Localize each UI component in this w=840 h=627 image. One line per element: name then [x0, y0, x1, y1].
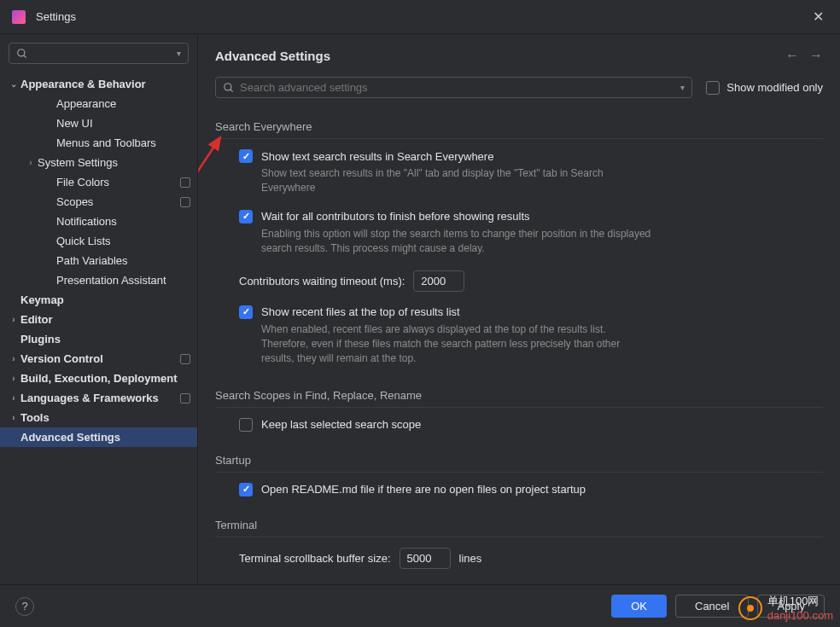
tree-item-keymap[interactable]: Keymap [0, 290, 197, 310]
tree-item-file-colors[interactable]: File Colors [0, 172, 197, 192]
tree-item-system-settings[interactable]: ›System Settings [0, 153, 197, 172]
chevron-down-icon: ▾ [177, 49, 181, 58]
svg-line-4 [198, 137, 220, 198]
timeout-input[interactable] [413, 270, 464, 292]
tree-item-label: New UI [56, 117, 190, 130]
content-panel: Advanced Settings ← → ▾ Show modified on… [198, 34, 840, 584]
footer: ? OK Cancel Apply [0, 584, 840, 627]
tree-item-version-control[interactable]: ›Version Control [0, 349, 197, 369]
chevron-icon [43, 276, 56, 285]
tree-item-menus-and-toolbars[interactable]: Menus and Toolbars [0, 133, 197, 153]
chevron-icon: ⌄ [7, 79, 20, 89]
section-terminal-header: Terminal [215, 510, 823, 537]
tree-item-label: Notifications [56, 215, 190, 228]
tree-item-plugins[interactable]: Plugins [0, 329, 197, 349]
page-title: Advanced Settings [215, 49, 330, 63]
settings-tree[interactable]: ⌄Appearance & Behavior Appearance New UI… [0, 73, 197, 584]
svg-point-0 [18, 49, 25, 55]
tree-item-appearance[interactable]: Appearance [0, 94, 197, 113]
apply-button[interactable]: Apply [757, 595, 825, 618]
recent-files-top-label: Show recent files at the top of results … [261, 305, 460, 318]
chevron-icon: › [7, 315, 20, 324]
tree-item-scopes[interactable]: Scopes [0, 192, 197, 212]
chevron-icon [43, 119, 56, 128]
chevron-icon: › [7, 393, 20, 403]
chevron-icon [43, 217, 56, 226]
window-title: Settings [36, 10, 76, 23]
tree-item-appearance-behavior[interactable]: ⌄Appearance & Behavior [0, 74, 197, 94]
tree-item-label: Advanced Settings [20, 431, 190, 444]
tree-item-label: Build, Execution, Deployment [20, 372, 190, 385]
wait-contributors-desc: Enabling this option will stop the searc… [261, 227, 654, 257]
chevron-icon [43, 99, 56, 108]
close-icon[interactable]: ✕ [808, 7, 828, 27]
recent-files-top-desc: When enabled, recent files are always di… [261, 322, 654, 367]
nav-forward-icon[interactable]: → [809, 48, 823, 63]
chevron-icon: › [7, 413, 20, 422]
show-text-search-desc: Show text search results in the "All" ta… [261, 166, 654, 196]
tree-item-label: Keymap [20, 293, 190, 306]
tree-item-new-ui[interactable]: New UI [0, 113, 197, 133]
open-readme-label: Open README.md file if there are no open… [261, 483, 586, 496]
tree-item-label: Menus and Toolbars [56, 136, 190, 149]
chevron-icon [7, 433, 20, 442]
ok-button[interactable]: OK [611, 595, 667, 618]
wait-contributors-checkbox[interactable] [239, 210, 253, 224]
search-icon [16, 48, 28, 60]
chevron-icon: › [24, 158, 38, 167]
tree-item-label: Path Variables [56, 254, 190, 267]
section-search-scopes-header: Search Scopes in Find, Replace, Rename [215, 380, 823, 408]
tree-item-editor[interactable]: ›Editor [0, 310, 197, 329]
recent-files-top-checkbox[interactable] [239, 305, 253, 319]
tree-item-label: Plugins [20, 333, 190, 345]
project-level-badge-icon [180, 354, 190, 364]
keep-scope-checkbox[interactable] [239, 418, 253, 432]
chevron-icon [43, 138, 56, 148]
buffer-size-input[interactable] [400, 548, 451, 569]
sidebar-search-input[interactable]: ▾ [9, 43, 189, 64]
project-level-badge-icon [180, 177, 190, 188]
chevron-icon [43, 197, 56, 206]
chevron-icon [7, 334, 20, 344]
nav-back-icon[interactable]: ← [785, 48, 799, 63]
section-search-everywhere-header: Search Everywhere [215, 112, 823, 139]
tree-item-label: Quick Lists [56, 235, 190, 247]
wait-contributors-label: Wait for all contributors to finish befo… [261, 210, 530, 223]
show-text-search-checkbox[interactable] [239, 149, 253, 163]
content-search-input[interactable]: ▾ [215, 77, 692, 98]
buffer-size-unit: lines [459, 552, 482, 565]
tree-item-label: Presentation Assistant [56, 274, 190, 287]
project-level-badge-icon [180, 197, 190, 207]
tree-item-languages-frameworks[interactable]: ›Languages & Frameworks [0, 388, 197, 408]
titlebar: Settings ✕ [0, 0, 840, 34]
open-readme-checkbox[interactable] [239, 483, 253, 496]
buffer-size-label: Terminal scrollback buffer size: [239, 552, 391, 565]
tree-item-label: System Settings [38, 156, 190, 169]
chevron-icon [7, 295, 20, 305]
chevron-icon [43, 177, 56, 187]
project-level-badge-icon [180, 393, 190, 403]
svg-line-3 [230, 89, 233, 91]
keep-scope-label: Keep last selected search scope [261, 418, 421, 431]
tree-item-notifications[interactable]: Notifications [0, 212, 197, 231]
tree-item-presentation-assistant[interactable]: Presentation Assistant [0, 270, 197, 290]
chevron-icon: › [7, 374, 20, 383]
tree-item-label: Editor [20, 313, 190, 326]
section-startup-header: Startup [215, 445, 823, 473]
chevron-icon [43, 256, 56, 265]
tree-item-label: Languages & Frameworks [20, 392, 177, 404]
tree-item-quick-lists[interactable]: Quick Lists [0, 231, 197, 251]
tree-item-path-variables[interactable]: Path Variables [0, 251, 197, 270]
search-icon [223, 82, 235, 94]
tree-item-tools[interactable]: ›Tools [0, 408, 197, 427]
cancel-button[interactable]: Cancel [675, 595, 749, 618]
tree-item-advanced-settings[interactable]: Advanced Settings [0, 427, 197, 447]
help-button[interactable]: ? [15, 597, 34, 616]
app-icon [12, 10, 26, 24]
chevron-down-icon: ▾ [680, 83, 685, 92]
show-modified-only-label: Show modified only [726, 81, 823, 94]
timeout-label: Contributors waiting timeout (ms): [239, 275, 405, 287]
show-modified-only-checkbox[interactable] [706, 81, 720, 95]
chevron-icon: › [7, 354, 20, 363]
tree-item-build-execution-deployment[interactable]: ›Build, Execution, Deployment [0, 369, 197, 388]
